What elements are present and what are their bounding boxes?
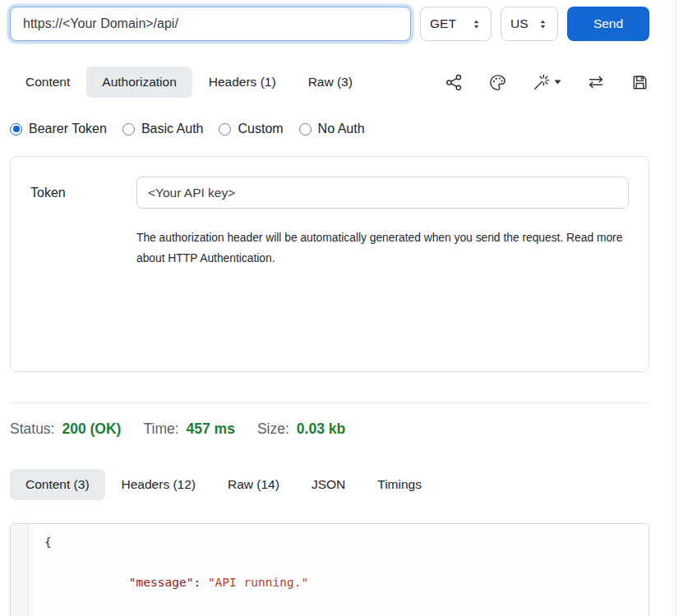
json-value: "API running."	[208, 576, 308, 589]
status-value: 200 (OK)	[62, 421, 121, 438]
token-help-text: The authorization header will be automat…	[136, 228, 623, 269]
radio-label: Bearer Token	[29, 122, 107, 136]
request-bar: GET US Send	[10, 7, 649, 41]
tab-response-timings[interactable]: Timings	[362, 469, 437, 500]
updown-caret-icon	[538, 18, 548, 30]
magic-wand-icon[interactable]	[532, 73, 561, 92]
size-label: Size:	[257, 421, 289, 438]
json-key: "message"	[129, 576, 194, 589]
token-panel: Token The authorization header will be a…	[10, 156, 649, 372]
auth-type-options: Bearer Token Basic Auth Custom No Auth	[10, 122, 649, 136]
updown-caret-icon	[471, 18, 482, 30]
tab-authorization[interactable]: Authorization	[86, 67, 192, 98]
radio-icon	[10, 123, 22, 136]
tab-response-content[interactable]: Content (3)	[10, 469, 105, 500]
radio-bearer-token[interactable]: Bearer Token	[10, 122, 107, 136]
tab-response-raw[interactable]: Raw (14)	[212, 469, 295, 500]
tab-response-json[interactable]: JSON	[296, 469, 361, 500]
radio-label: Basic Auth	[141, 122, 204, 136]
method-select-value: GET	[430, 16, 456, 31]
time-label: Time:	[143, 421, 178, 438]
tab-headers[interactable]: Headers (1)	[193, 67, 292, 98]
url-input[interactable]	[10, 7, 411, 41]
status-code: Status: 200 (OK)	[10, 421, 121, 438]
chevron-down-icon	[554, 80, 561, 85]
radio-no-auth[interactable]: No Auth	[299, 122, 365, 136]
response-status-bar: Status: 200 (OK) Time: 457 ms Size: 0.03…	[10, 421, 649, 438]
save-icon[interactable]	[630, 73, 649, 92]
radio-label: Custom	[238, 122, 283, 136]
region-select[interactable]: US	[501, 7, 558, 41]
send-button[interactable]: Send	[567, 7, 649, 41]
method-select[interactable]: GET	[420, 7, 492, 41]
json-colon: :	[193, 576, 207, 589]
tab-raw[interactable]: Raw (3)	[293, 67, 368, 98]
json-open-brace: {	[44, 536, 52, 549]
response-size: Size: 0.03 kb	[257, 421, 345, 438]
api-client-page: GET US Send Content Authorization Header…	[0, 0, 688, 616]
swap-arrows-icon[interactable]	[586, 72, 606, 92]
time-value: 457 ms	[187, 421, 235, 438]
response-body-viewer[interactable]: { "message": "API running." }	[10, 523, 649, 616]
palette-icon[interactable]	[488, 73, 507, 92]
response-tabs: Content (3) Headers (12) Raw (14) JSON T…	[10, 469, 649, 500]
toolbar-icons	[445, 72, 649, 92]
radio-custom[interactable]: Custom	[219, 122, 283, 136]
section-divider	[10, 402, 649, 403]
response-json-body: { "message": "API running." }	[29, 524, 649, 616]
radio-icon	[219, 123, 231, 136]
response-time: Time: 457 ms	[143, 421, 234, 438]
request-tabs: Content Authorization Headers (1) Raw (3…	[10, 67, 649, 98]
size-value: 0.03 kb	[297, 421, 345, 438]
tab-response-headers[interactable]: Headers (12)	[106, 469, 211, 500]
radio-icon	[299, 123, 312, 136]
token-label: Token	[30, 186, 136, 200]
radio-icon	[122, 123, 135, 136]
region-select-value: US	[510, 16, 529, 31]
radio-label: No Auth	[318, 122, 365, 136]
tab-content[interactable]: Content	[10, 67, 85, 98]
token-input[interactable]	[136, 177, 629, 209]
code-gutter	[11, 524, 29, 616]
radio-basic-auth[interactable]: Basic Auth	[122, 122, 204, 136]
share-icon[interactable]	[445, 73, 464, 92]
status-label: Status:	[10, 421, 54, 438]
right-edge-rule	[676, 0, 676, 616]
